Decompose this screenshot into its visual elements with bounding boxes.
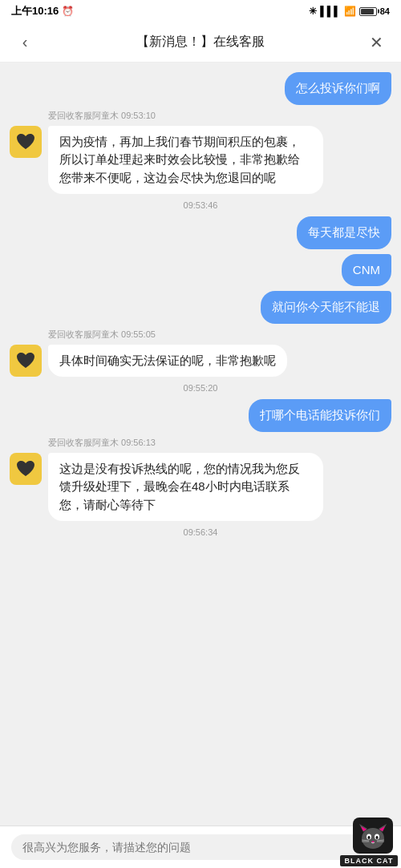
- sent-bubble: 就问你今天能不能退: [261, 291, 391, 324]
- received-bubble: 因为疫情，再加上我们春节期间积压的包裹，所以订单处理起来时效会比较慢，非常抱歉给…: [48, 126, 323, 195]
- wifi-icon: 📶: [344, 6, 356, 17]
- sent-bubble: CNM: [342, 254, 391, 287]
- chat-header: ‹ 【新消息！】在线客服 ✕: [0, 22, 401, 63]
- svg-point-1: [362, 828, 384, 849]
- received-message-row: 因为疫情，再加上我们春节期间积压的包裹，所以订单处理起来时效会比较慢，非常抱歉给…: [10, 126, 391, 195]
- sent-message-row: 就问你今天能不能退: [10, 291, 391, 324]
- heart-icon: [15, 459, 36, 478]
- bluetooth-icon: ✳: [309, 6, 317, 17]
- alarm-icon: ⏰: [62, 6, 74, 17]
- chat-title: 【新消息！】在线客服: [37, 34, 364, 50]
- timestamp-label: 09:56:34: [10, 527, 391, 537]
- timestamp-label: 09:55:20: [10, 383, 391, 393]
- agent-avatar: [10, 126, 42, 158]
- svg-point-9: [376, 836, 379, 839]
- received-content: 这边是没有投诉热线的呢，您的情况我为您反馈升级处理下，最晚会在48小时内电话联系…: [48, 453, 323, 522]
- sent-bubble: 打哪个电话能投诉你们: [249, 399, 391, 432]
- received-message-row: 具体时间确实无法保证的呢，非常抱歉呢: [10, 345, 391, 377]
- battery-icon: [359, 7, 377, 16]
- status-icons: ✳ ▌▌▌ 📶 84: [309, 6, 390, 17]
- sent-bubble: 怎么投诉你们啊: [285, 72, 391, 105]
- received-bubble: 这边是没有投诉热线的呢，您的情况我为您反馈升级处理下，最晚会在48小时内电话联系…: [48, 453, 323, 522]
- sent-message-row: 每天都是尽快: [10, 216, 391, 249]
- sent-bubble: 每天都是尽快: [297, 216, 391, 249]
- sender-name-label: 爱回收客服阿童木 09:55:05: [48, 329, 156, 341]
- status-bar: 上午10:16 ⏰ ✳ ▌▌▌ 📶 84: [0, 0, 401, 22]
- watermark-label: BLACK CAT: [340, 855, 399, 866]
- received-content: 具体时间确实无法保证的呢，非常抱歉呢: [48, 345, 287, 377]
- sent-message-row: 怎么投诉你们啊: [10, 72, 391, 105]
- sender-name-label: 爱回收客服阿童木 09:53:10: [48, 110, 156, 122]
- received-content: 因为疫情，再加上我们春节期间积压的包裹，所以订单处理起来时效会比较慢，非常抱歉给…: [48, 126, 323, 195]
- sent-message-row: 打哪个电话能投诉你们: [10, 399, 391, 432]
- heart-icon: [15, 132, 36, 151]
- sent-message-row: CNM: [10, 254, 391, 287]
- received-message-row: 这边是没有投诉热线的呢，您的情况我为您反馈升级处理下，最晚会在48小时内电话联系…: [10, 453, 391, 522]
- cat-icon: [353, 818, 393, 854]
- signal-icon: ▌▌▌: [320, 6, 341, 17]
- agent-avatar: [10, 453, 42, 485]
- status-time: 上午10:16 ⏰: [11, 4, 74, 18]
- message-input[interactable]: [11, 834, 390, 860]
- heart-icon: [15, 351, 36, 370]
- time-display: 上午10:16: [11, 4, 59, 18]
- battery-percent: 84: [380, 6, 390, 16]
- watermark: BLACK CAT: [337, 816, 401, 868]
- chat-area: 怎么投诉你们啊爱回收客服阿童木 09:53:10 因为疫情，再加上我们春节期间积…: [0, 63, 401, 828]
- sender-name-label: 爱回收客服阿童木 09:56:13: [48, 437, 156, 449]
- close-button[interactable]: ✕: [364, 33, 388, 52]
- agent-avatar: [10, 345, 42, 377]
- back-button[interactable]: ‹: [13, 33, 37, 51]
- svg-point-8: [368, 836, 371, 839]
- received-bubble: 具体时间确实无法保证的呢，非常抱歉呢: [48, 345, 287, 377]
- timestamp-label: 09:53:46: [10, 200, 391, 210]
